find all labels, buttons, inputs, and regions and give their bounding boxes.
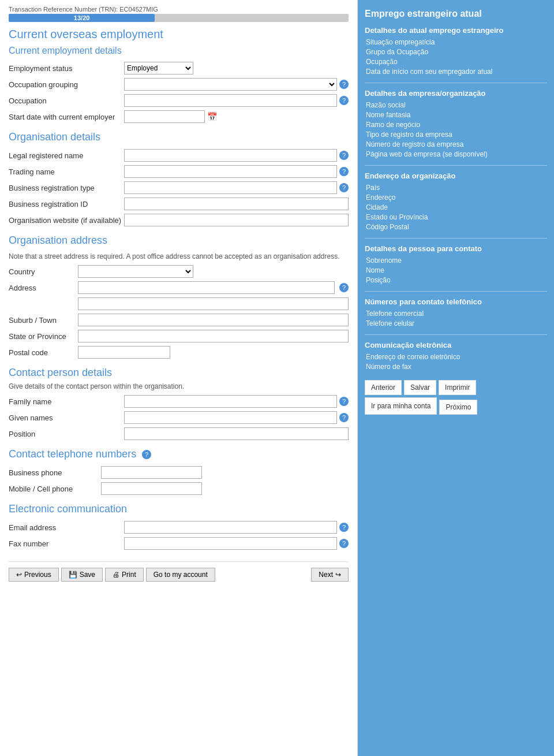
reg-type-help-icon[interactable]: ? <box>339 183 349 192</box>
right-org-item-4: Tipo de registro da empresa <box>365 131 547 139</box>
bottom-buttons: ↩ Previous 💾 Save 🖨 Print Go to my accou… <box>9 561 349 582</box>
right-employment-subtitle: Detalhes do atual emprego estrangeiro <box>365 26 547 35</box>
occupation-grouping-select[interactable] <box>124 78 337 91</box>
right-contact-item-1: Sobrenome <box>365 256 547 265</box>
fax-input[interactable] <box>124 537 337 550</box>
right-divider-2 <box>365 165 547 166</box>
family-name-input[interactable] <box>124 395 337 408</box>
calendar-icon[interactable]: 📅 <box>207 112 217 121</box>
suburb-row: Suburb / Town <box>9 314 349 326</box>
occupation-grouping-row: Occupation grouping ? <box>9 78 349 91</box>
address-input-1[interactable] <box>78 281 335 294</box>
family-name-label: Family name <box>9 397 124 406</box>
position-input[interactable] <box>124 427 349 440</box>
right-electronic-item-1: Endereço de correio eletrônico <box>365 353 547 361</box>
trading-name-input[interactable] <box>124 165 337 178</box>
business-phone-row: Business phone <box>9 466 349 479</box>
right-employment-item-1: Situação empregatícia <box>365 38 547 46</box>
previous-icon: ↩ <box>16 571 22 579</box>
family-name-help-icon[interactable]: ? <box>339 397 349 406</box>
next-button[interactable]: Next ↪ <box>311 568 349 582</box>
progress-bar-bg: 13/20 <box>9 14 349 22</box>
occupation-grouping-help-icon[interactable]: ? <box>339 80 349 89</box>
trading-name-row: Trading name ? <box>9 165 349 178</box>
address-input-2[interactable] <box>78 297 349 310</box>
right-ir-button[interactable]: Ir para minha conta <box>365 397 437 415</box>
left-panel: Transaction Reference Number (TRN): EC04… <box>0 0 358 756</box>
right-contact-item-2: Nome <box>365 266 547 274</box>
print-button[interactable]: 🖨 Print <box>105 568 144 582</box>
postal-label: Postal code <box>9 348 78 357</box>
given-names-input[interactable] <box>124 411 337 424</box>
org-address-note: Note that a street address is required. … <box>9 252 349 260</box>
mobile-phone-input[interactable] <box>101 482 202 495</box>
address-label: Address <box>9 284 78 292</box>
address-help-icon[interactable]: ? <box>339 283 349 292</box>
start-date-input[interactable] <box>124 110 205 123</box>
right-electronic-item-2: Número de fax <box>365 363 547 371</box>
right-address-item-5: Código Postal <box>365 223 547 231</box>
print-label: Print <box>122 571 136 579</box>
reg-type-row: Business registration type ? <box>9 181 349 194</box>
right-salvar-button[interactable]: Salvar <box>404 380 436 395</box>
website-input[interactable] <box>124 214 349 226</box>
fax-help-icon[interactable]: ? <box>339 539 349 548</box>
right-divider-3 <box>365 238 547 239</box>
trading-name-label: Trading name <box>9 167 124 176</box>
fax-row: Fax number ? <box>9 537 349 550</box>
postal-row: Postal code <box>9 346 349 359</box>
go-to-account-button[interactable]: Go to my account <box>146 568 215 582</box>
right-org-item-6: Página web da empresa (se disponível) <box>365 150 547 158</box>
legal-name-help-icon[interactable]: ? <box>339 151 349 160</box>
progress-bar-fill: 13/20 <box>9 14 155 22</box>
given-names-help-icon[interactable]: ? <box>339 413 349 422</box>
reg-id-input[interactable] <box>124 198 349 210</box>
start-date-row: Start date with current employer 📅 <box>9 110 349 123</box>
right-contact-subtitle: Detalhes da pessoa para contato <box>365 244 547 253</box>
right-org-item-3: Ramo de negócio <box>365 121 547 129</box>
mobile-phone-row: Mobile / Cell phone <box>9 482 349 495</box>
email-row: Email address ? <box>9 521 349 534</box>
website-row: Organisation website (if available) <box>9 214 349 226</box>
mobile-phone-label: Mobile / Cell phone <box>9 485 101 493</box>
email-help-icon[interactable]: ? <box>339 523 349 532</box>
reg-type-input[interactable] <box>124 181 337 194</box>
postal-input[interactable] <box>78 346 170 359</box>
right-divider-5 <box>365 334 547 335</box>
right-org-item-1: Razão social <box>365 101 547 109</box>
fax-label: Fax number <box>9 539 124 548</box>
right-contact-item-3: Posição <box>365 276 547 284</box>
save-button[interactable]: 💾 Save <box>61 568 103 582</box>
right-org-item-5: Número de registro da empresa <box>365 140 547 148</box>
right-contact-section: Detalhes da pessoa para contato Sobrenom… <box>365 244 547 284</box>
reg-type-label: Business registration type <box>9 184 124 192</box>
next-icon: ↪ <box>335 571 341 579</box>
legal-name-input[interactable] <box>124 149 337 162</box>
phone-section-help-icon[interactable]: ? <box>142 450 151 459</box>
suburb-input[interactable] <box>78 314 349 326</box>
employment-status-wrapper: Employed Self-employed Unemployed <box>124 62 193 75</box>
country-label: Country <box>9 267 78 276</box>
occupation-help-icon[interactable]: ? <box>339 96 349 105</box>
employment-status-select[interactable]: Employed Self-employed Unemployed <box>124 62 193 75</box>
right-proximo-button[interactable]: Próximo <box>439 400 477 415</box>
right-anterior-button[interactable]: Anterior <box>365 380 402 395</box>
country-select[interactable] <box>78 265 193 278</box>
right-address-item-2: Endereço <box>365 193 547 202</box>
phone-section-label: Contact telephone numbers <box>9 448 136 460</box>
right-imprimir-button[interactable]: Imprimir <box>439 380 476 395</box>
electronic-section-title: Electronic communication <box>9 503 349 515</box>
previous-button[interactable]: ↩ Previous <box>9 568 59 582</box>
business-phone-input[interactable] <box>101 466 202 479</box>
business-phone-label: Business phone <box>9 468 101 477</box>
trading-name-help-icon[interactable]: ? <box>339 167 349 176</box>
occupation-input[interactable] <box>124 94 337 107</box>
right-address-section: Endereço da organização País Endereço Ci… <box>365 172 547 231</box>
employment-section-title: Current employment details <box>9 46 349 56</box>
right-employment-item-2: Grupo da Ocupação <box>365 48 547 56</box>
address-input-wrapper: ? <box>78 281 349 294</box>
right-phone-item-2: Telefone celular <box>365 319 547 327</box>
state-input[interactable] <box>78 330 349 342</box>
right-org-item-2: Nome fantasia <box>365 111 547 119</box>
email-input[interactable] <box>124 521 337 534</box>
